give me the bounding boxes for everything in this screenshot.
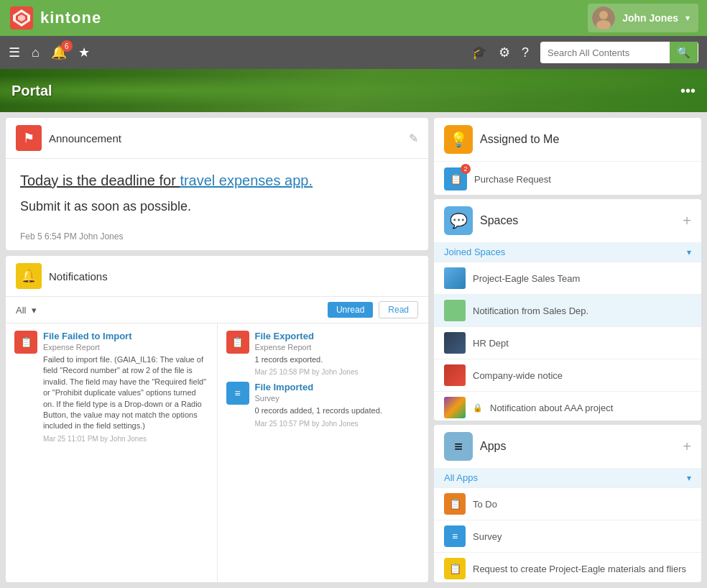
apps-icon-box: ≡ — [444, 432, 473, 461]
notifications-badge: 6 — [61, 40, 73, 52]
notifications-card: 🔔 Notifications All ▾ Unread Read 📋 File… — [6, 256, 428, 582]
list-item[interactable]: HR Dept — [434, 326, 701, 359]
list-item[interactable]: 📋 Request to create Project-Eagle materi… — [434, 552, 701, 582]
space-thumb-aaa — [444, 397, 466, 418]
item-badge: 2 — [461, 164, 471, 174]
space-label: Project-Eagle Sales Team — [473, 273, 691, 284]
learn-icon[interactable]: 🎓 — [471, 45, 487, 60]
list-item[interactable]: Notification from Sales Dep. — [434, 294, 701, 326]
notif-content-2: File Exported Expense Report 1 records e… — [255, 331, 420, 376]
all-apps-label[interactable]: All Apps — [444, 472, 478, 483]
app-icon-todo: 📋 — [444, 493, 466, 515]
list-item: 📋 File Failed to Import Expense Report F… — [14, 331, 208, 443]
search-input[interactable] — [540, 43, 670, 63]
spaces-card: 💬 Spaces + Joined Spaces ▾ Project-Eagle… — [434, 199, 701, 421]
notif-meta-3: Mar 25 10:57 PM by John Jones — [255, 420, 420, 428]
announcement-title: Announcement — [49, 132, 402, 144]
notif-meta: Mar 25 11:01 PM by John Jones — [43, 435, 208, 443]
apps-title: Apps — [480, 440, 675, 453]
apps-header: ≡ Apps + — [434, 425, 701, 468]
notif-app-icon: 📋 — [14, 331, 37, 354]
notif-app-label: Expense Report — [43, 343, 208, 352]
list-item[interactable]: ≡ Survey — [434, 520, 701, 552]
app-icon-survey: ≡ — [444, 525, 466, 547]
announcement-text-part1: Today is the deadline for — [20, 173, 180, 188]
user-dropdown-chevron-icon: ▾ — [685, 13, 690, 23]
announcement-body: Today is the deadline for travel expense… — [6, 159, 428, 226]
announcement-link[interactable]: travel expenses app. — [180, 173, 313, 188]
filter-chevron-icon: ▾ — [32, 305, 37, 316]
unread-button[interactable]: Unread — [328, 302, 373, 318]
nav-bar: ☰ ⌂ 🔔 6 ★ 🎓 ⚙ ? 🔍 — [0, 36, 707, 69]
notif-title-3[interactable]: File Imported — [255, 382, 420, 392]
announcement-text: Today is the deadline for travel expense… — [20, 170, 414, 190]
avatar — [592, 6, 615, 29]
left-panel: ⚑ Announcement ✎ Today is the deadline f… — [0, 112, 434, 588]
search-box: 🔍 — [540, 42, 698, 63]
search-button[interactable]: 🔍 — [670, 42, 698, 63]
space-thumb-hr — [444, 332, 466, 354]
assigned-icon-box: 💡 — [444, 125, 473, 154]
notif-title-2[interactable]: File Exported — [255, 331, 420, 341]
spaces-add-icon[interactable]: + — [683, 213, 691, 229]
notifications-header: 🔔 Notifications — [6, 256, 428, 297]
notif-meta-2: Mar 25 10:58 PM by John Jones — [255, 368, 420, 376]
purchase-request-icon: 📋 2 — [444, 167, 467, 190]
avatar-image — [592, 6, 615, 29]
right-panel: 💡 Assigned to Me 📋 2 Purchase Request 💬 … — [434, 112, 707, 588]
list-item[interactable]: Company-wide notice — [434, 359, 701, 391]
notif-col-1: 📋 File Failed to Import Expense Report F… — [6, 323, 218, 582]
read-button[interactable]: Read — [379, 301, 418, 318]
apps-add-icon[interactable]: + — [683, 438, 691, 455]
assigned-item[interactable]: 📋 2 Purchase Request — [434, 161, 701, 195]
notif-desc: Failed to import file. (GAIA_IL16: The v… — [43, 354, 208, 432]
apps-card: ≡ Apps + All Apps ▾ 📋 To Do ≡ Survey 📋 R… — [434, 425, 701, 582]
help-icon[interactable]: ? — [522, 45, 529, 60]
space-thumb-sales — [444, 300, 466, 321]
lock-icon: 🔒 — [473, 403, 483, 413]
hamburger-menu-icon[interactable]: ☰ — [9, 45, 20, 60]
notifications-icon[interactable]: 🔔 6 — [51, 45, 67, 60]
home-icon[interactable]: ⌂ — [32, 45, 40, 60]
list-item[interactable]: 🔒 Notification about AAA project — [434, 391, 701, 421]
assigned-to-me-header: 💡 Assigned to Me — [434, 118, 701, 161]
top-header: kintone John Jones ▾ — [0, 0, 707, 36]
notif-app-label-3: Survey — [255, 394, 420, 403]
filter-all-label[interactable]: All — [16, 305, 26, 316]
notif-app-icon-3: ≡ — [226, 382, 249, 405]
space-label: Company-wide notice — [473, 370, 691, 381]
portal-options-icon[interactable]: ••• — [680, 83, 696, 99]
main-content: ⚑ Announcement ✎ Today is the deadline f… — [0, 112, 707, 588]
notif-col-2: 📋 File Exported Expense Report 1 records… — [218, 323, 429, 582]
purchase-request-label: Purchase Request — [474, 174, 551, 185]
spaces-header: 💬 Spaces + — [434, 199, 701, 242]
announcement-meta: Feb 5 6:54 PM John Jones — [6, 226, 428, 250]
space-label: Notification about AAA project — [490, 403, 691, 413]
notif-content: File Failed to Import Expense Report Fai… — [43, 331, 208, 443]
announcement-sub-text: Submit it as soon as possible. — [20, 199, 414, 214]
joined-spaces-subsection: Joined Spaces ▾ — [434, 242, 701, 262]
assigned-title: Assigned to Me — [480, 133, 691, 146]
list-item[interactable]: 📋 To Do — [434, 487, 701, 520]
joined-spaces-label[interactable]: Joined Spaces — [444, 247, 505, 257]
announcement-header: ⚑ Announcement ✎ — [6, 118, 428, 159]
notifications-filters: All ▾ Unread Read — [6, 297, 428, 323]
svg-point-5 — [599, 11, 608, 19]
notif-app-label-2: Expense Report — [255, 343, 420, 352]
list-item: ≡ File Imported Survey 0 records added, … — [226, 382, 420, 427]
settings-icon[interactable]: ⚙ — [499, 45, 510, 60]
app-label: To Do — [473, 499, 497, 510]
app-label: Request to create Project-Eagle material… — [473, 564, 686, 574]
notif-app-icon-2: 📋 — [226, 331, 249, 354]
edit-icon[interactable]: ✎ — [409, 132, 418, 145]
user-area[interactable]: John Jones ▾ — [588, 4, 698, 32]
app-icon-request: 📋 — [444, 558, 466, 579]
favorites-icon[interactable]: ★ — [78, 45, 90, 60]
portal-bg-image — [0, 69, 707, 112]
list-item[interactable]: Project-Eagle Sales Team — [434, 262, 701, 294]
all-apps-chevron-icon: ▾ — [687, 473, 691, 483]
space-label: HR Dept — [473, 338, 691, 349]
space-thumb-eagle — [444, 267, 466, 289]
portal-header: Portal ••• — [0, 69, 707, 112]
notif-title[interactable]: File Failed to Import — [43, 331, 208, 341]
